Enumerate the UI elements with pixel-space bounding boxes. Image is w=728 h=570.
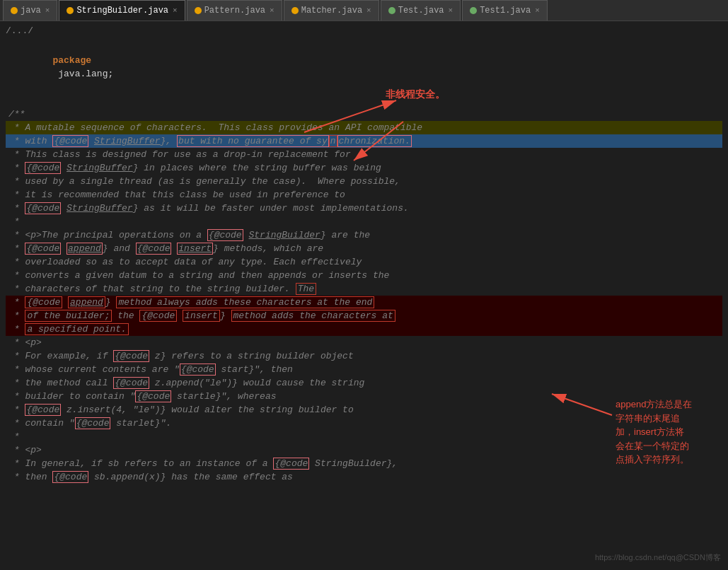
tab-label-test1: Test1.java: [480, 6, 531, 16]
tab-icon-pattern: [195, 7, 202, 14]
tab-matcher[interactable]: Matcher.java ×: [284, 0, 379, 21]
close-icon-sb[interactable]: ×: [173, 6, 178, 15]
code-line-20: * builder to contain "{@code startle}", …: [6, 390, 722, 403]
code-line-18: * whose current contents are "{@code sta…: [6, 363, 722, 376]
tab-icon-test: [388, 7, 395, 14]
code-line-blank3: *: [6, 430, 722, 443]
code-line-22: * contain "{@code starlet}".: [6, 417, 722, 430]
code-line-4: * {@code StringBuffer} in places where t…: [6, 161, 722, 175]
tab-icon-matcher: [291, 7, 299, 14]
tab-label-test: Test.java: [398, 6, 444, 16]
close-icon-java[interactable]: ×: [45, 6, 50, 15]
code-line-17: * For example, if {@code z} refers to a …: [6, 349, 722, 363]
code-line-5: * used by a single thread (as is general…: [6, 175, 722, 188]
code-line-13: * {@code append} method always adds thes…: [6, 296, 722, 309]
code-line-15: * a specified point.: [6, 322, 722, 336]
code-line-21: * {@code z.insert(4, "le")} would alter …: [6, 403, 722, 417]
tab-label-sb: StringBuilder.java: [76, 6, 168, 16]
code-line-9: * {@code append} and {@code insert} meth…: [6, 242, 722, 255]
code-line-3: * This class is designed for use as a dr…: [6, 148, 722, 161]
code-line-12: * characters of that string to the strin…: [6, 282, 722, 296]
tab-pattern[interactable]: Pattern.java ×: [187, 0, 282, 21]
code-line-1: * A mutable sequence of characters. This…: [6, 121, 722, 134]
tab-icon-test1: [470, 7, 477, 14]
code-area: package java.lang; /** * A mutable seque…: [0, 40, 728, 484]
tab-test1[interactable]: Test1.java ×: [462, 0, 548, 21]
code-line-16: * <p>: [6, 336, 722, 349]
tab-label-java: java: [21, 6, 41, 16]
code-line-package: package java.lang;: [6, 40, 722, 94]
code-line-blank1: [6, 94, 722, 107]
editor-area: /.../ package java.lang; /** * A mutable…: [0, 21, 728, 570]
tab-java[interactable]: java ×: [3, 0, 57, 21]
code-line-javadoc-open: /**: [6, 107, 722, 121]
close-icon-pattern[interactable]: ×: [270, 6, 275, 15]
code-line-25: * then {@code sb.append(x)} has the same…: [6, 470, 722, 484]
code-line-6: * it is recommended that this class be u…: [6, 188, 722, 202]
close-icon-test[interactable]: ×: [449, 6, 453, 15]
code-line-blank2: *: [6, 215, 722, 228]
code-line-14: * of the builder; the {@code insert} met…: [6, 309, 722, 322]
breadcrumb: /.../: [0, 24, 728, 37]
code-line-2: * with {@code StringBuffer}, but with no…: [6, 134, 722, 148]
code-line-19: * the method call {@code z.append("le")}…: [6, 376, 722, 390]
code-line-23: * <p>: [6, 443, 722, 457]
tab-label-pattern: Pattern.java: [204, 6, 265, 16]
code-line-7: * {@code StringBuffer} as it will be fas…: [6, 202, 722, 215]
tab-icon-java: [11, 7, 18, 14]
close-icon-test1[interactable]: ×: [535, 6, 540, 15]
watermark: https://blog.csdn.net/qq@CSDN博客: [595, 552, 721, 563]
code-line-10: * overloaded so as to accept data of any…: [6, 255, 722, 269]
tab-bar: java × StringBuilder.java × Pattern.java…: [0, 0, 728, 21]
tab-test[interactable]: Test.java ×: [381, 0, 461, 21]
tab-icon-sb: [67, 7, 74, 14]
tab-stringbuilder[interactable]: StringBuilder.java ×: [59, 0, 185, 21]
code-line-11: * converts a given datum to a string and…: [6, 269, 722, 282]
close-icon-matcher[interactable]: ×: [366, 6, 371, 15]
code-line-8: * <p>The principal operations on a {@cod…: [6, 228, 722, 242]
tab-label-matcher: Matcher.java: [301, 6, 362, 16]
code-line-24: * In general, if sb refers to an instanc…: [6, 457, 722, 470]
